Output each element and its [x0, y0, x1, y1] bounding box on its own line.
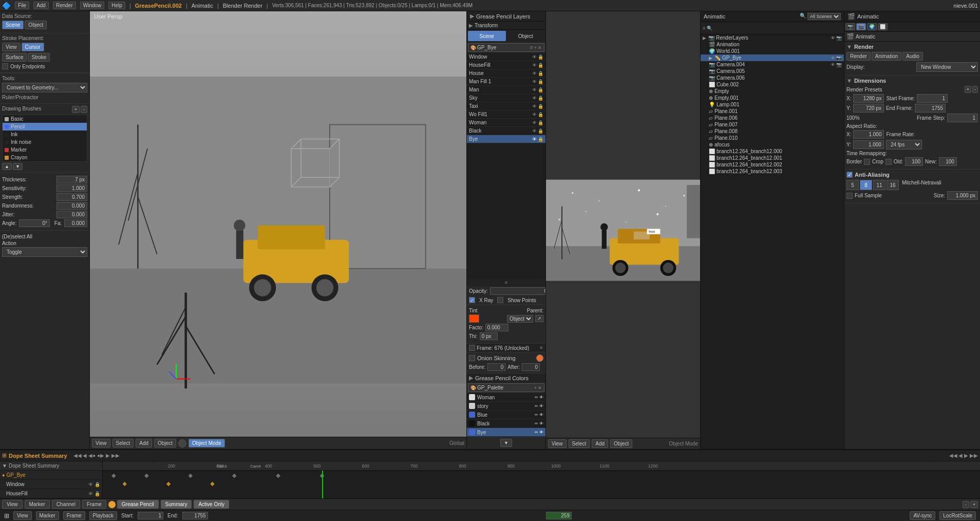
layer-taxi[interactable]: Taxi 👁 🔒 [467, 102, 545, 110]
pb-locrotscale[interactable]: LocRotScale [939, 511, 976, 520]
layer-woman[interactable]: Woman 👁 🔒 [467, 119, 545, 127]
aa-5[interactable]: 5 [846, 180, 859, 190]
palette-add-btn[interactable]: + [534, 385, 537, 390]
layer-bye[interactable]: Bye 👁 🔒 [467, 135, 545, 143]
cursor-btn[interactable]: Cursor [22, 43, 44, 51]
ol-plane007[interactable]: ▱ Plane.007 [701, 121, 844, 128]
size-input[interactable] [947, 191, 978, 200]
ol-camera005[interactable]: 📷 Camera.005 [701, 68, 844, 75]
brush-remove-btn[interactable]: - [81, 106, 87, 113]
all-scenes-select[interactable]: All Scenes [807, 13, 841, 20]
border-check[interactable] [864, 159, 870, 165]
color-blue[interactable]: Blue ✏ 👁 [467, 411, 545, 419]
ol-plane001[interactable]: ▱ Plane.001 [701, 108, 844, 115]
color-bye[interactable]: Bye ✏ 👁 [467, 428, 545, 437]
scroll-down-btn[interactable]: ▼ [500, 439, 512, 447]
props-world-icon[interactable]: 🌍 [867, 23, 877, 30]
gp-del-btn[interactable]: ✕ [538, 45, 542, 50]
view-btn[interactable]: View [2, 43, 21, 51]
color-woman[interactable]: Woman ✏ 👁 [467, 393, 545, 402]
xray-check[interactable]: ✓ [469, 297, 475, 303]
brush-item-ink-noise[interactable]: Ink noise [3, 138, 87, 146]
toggle-select[interactable]: Toggle [2, 247, 87, 257]
rv-select-btn[interactable]: Select [569, 439, 590, 448]
gp-scene-tab[interactable]: Scene [468, 31, 506, 41]
brush-item-ink[interactable]: Ink [3, 131, 87, 138]
ol-plane006[interactable]: ▱ Plane.006 [701, 115, 844, 121]
bt-frame[interactable]: Frame [82, 500, 106, 509]
angle-input[interactable] [19, 219, 50, 227]
frame-close-btn[interactable]: ✕ [539, 345, 543, 350]
bt-view[interactable]: View [2, 500, 23, 509]
strength-input[interactable] [56, 193, 87, 201]
vp-view-menu[interactable]: View [92, 439, 110, 448]
res-x-input[interactable] [853, 94, 884, 103]
ol-branch2[interactable]: ⬜ branch12.264_branch12.002 [701, 161, 844, 168]
object-btn[interactable]: Object [25, 21, 47, 29]
rv-object-btn[interactable]: Object [610, 439, 632, 448]
aa-8[interactable]: 8 [860, 180, 872, 190]
ol-lamp001[interactable]: 💡 Lamp.001 [701, 101, 844, 108]
asp-y-input[interactable] [853, 140, 884, 149]
vp-add-menu[interactable]: Add [136, 439, 152, 448]
menu-window[interactable]: Window [80, 2, 105, 9]
asp-x-input[interactable] [853, 130, 884, 139]
vp-mode-select[interactable]: Object Mode [189, 439, 225, 448]
thickness-input[interactable] [56, 176, 87, 183]
ds-expand-icon[interactable]: ▼ [2, 463, 7, 469]
timeline-content[interactable] [103, 471, 980, 498]
vp-object-menu[interactable]: Object [154, 439, 176, 448]
palette-del-btn[interactable]: ✕ [538, 385, 542, 390]
onion-color-dot[interactable] [536, 355, 543, 362]
layer-black[interactable]: Black 👁 🔒 [467, 127, 545, 135]
frame-rate-select[interactable]: 24 fps [886, 140, 922, 150]
brush-scroll-down[interactable]: ▼ [13, 163, 23, 170]
brush-item-pencil[interactable]: Pencil [3, 123, 87, 131]
ol-plane008[interactable]: ▱ Plane.008 [701, 128, 844, 135]
parent-type-select[interactable]: Object [507, 315, 533, 323]
brush-item-marker[interactable]: Marker [3, 146, 87, 154]
after-input[interactable] [522, 363, 540, 371]
animation-btn[interactable]: Animation [872, 52, 901, 61]
pb-current-frame[interactable] [546, 512, 572, 519]
stroke-btn[interactable]: Stroke [28, 53, 50, 62]
timeline-zoom-out[interactable]: - [963, 501, 969, 508]
aa-16[interactable]: 16 [887, 180, 899, 190]
vp-select-menu[interactable]: Select [112, 439, 134, 448]
layer-sky[interactable]: Sky 👁 🔒 [467, 94, 545, 102]
menu-render[interactable]: Render [53, 2, 76, 9]
ol-afocus[interactable]: ⊕ afocus [701, 141, 844, 148]
brush-scroll-up[interactable]: ▲ [2, 163, 12, 170]
ol-animation[interactable]: 🎬 Animation [701, 41, 844, 48]
ol-world[interactable]: 🌍 World.001 [701, 48, 844, 54]
randomness-input[interactable] [56, 202, 87, 210]
ol-empty[interactable]: ⊕ Empty [701, 88, 844, 95]
pb-avsync[interactable]: AV-sync [910, 511, 935, 520]
res-y-input[interactable] [853, 104, 884, 113]
ol-empty001[interactable]: ⊕ Empty.001 [701, 95, 844, 101]
layer-man-fill[interactable]: Man Fill 1 👁 🔒 [467, 78, 545, 86]
menu-file[interactable]: File [15, 2, 29, 9]
pb-end-input[interactable] [182, 512, 208, 519]
layer-house[interactable]: House 👁 🔒 [467, 69, 545, 78]
pb-playback[interactable]: Playback [89, 511, 118, 520]
start-frame-input[interactable] [917, 94, 948, 103]
brush-item-basic[interactable]: Basic [3, 115, 87, 123]
pb-frame[interactable]: Frame [63, 511, 85, 520]
frame-check[interactable] [469, 345, 475, 351]
before-input[interactable] [487, 363, 505, 371]
display-select[interactable]: New Window [916, 62, 978, 72]
onion-check[interactable] [469, 355, 475, 361]
props-scene-icon[interactable]: 🎬 [856, 23, 866, 30]
ol-camera004[interactable]: 📷 Camera.004 👁 📷 [701, 61, 844, 68]
rv-view-btn[interactable]: View [548, 439, 567, 448]
bt-active-only[interactable]: Active Only [194, 500, 229, 509]
ol-branch0[interactable]: ⬜ branch12.264_branch12.000 [701, 148, 844, 155]
convert-geometry-select[interactable]: Convert to Geometry... [2, 83, 87, 92]
ol-gp-bye[interactable]: ▶ ✏️ GP_Bye 👁 📷 [701, 54, 844, 61]
ol-branch3[interactable]: ⬜ branch12.264_branch12.003 [701, 168, 844, 175]
gp-new-btn[interactable]: + [534, 45, 537, 50]
opacity-input[interactable] [490, 287, 546, 295]
end-frame-input[interactable] [915, 104, 946, 113]
new-input[interactable] [939, 157, 957, 166]
